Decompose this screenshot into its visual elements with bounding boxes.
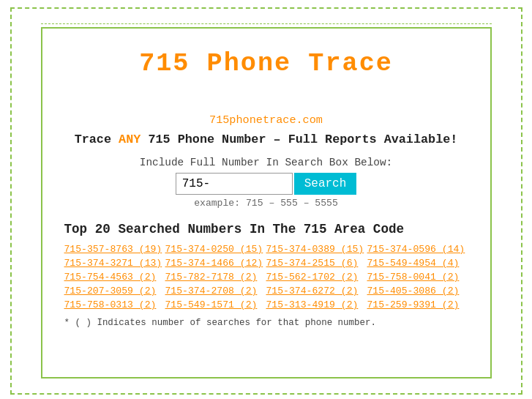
search-example: example: 715 – 555 – 5555 — [64, 198, 468, 209]
search-label: Include Full Number In Search Box Below: — [64, 157, 468, 168]
tagline: Trace ANY 715 Phone Number – Full Report… — [64, 133, 468, 146]
list-item[interactable]: 715-562-1702 (2) — [266, 272, 367, 283]
list-item[interactable]: 715-405-3086 (2) — [367, 286, 468, 297]
tagline-end: 715 Phone Number – Full Reports Availabl… — [141, 133, 457, 146]
list-item[interactable]: 715-374-3271 (13) — [64, 258, 165, 269]
site-url: 715phonetrace.com — [64, 113, 468, 127]
list-item[interactable]: 715-782-7178 (2) — [165, 272, 266, 283]
search-button[interactable]: Search — [294, 173, 357, 195]
list-item[interactable]: 715-374-0389 (15) — [266, 244, 367, 255]
list-item[interactable]: 715-374-0250 (15) — [165, 244, 266, 255]
outer-border: 715 Phone Trace 715phonetrace.com Trace … — [10, 7, 522, 395]
footnote: * ( ) Indicates number of searches for t… — [64, 318, 468, 328]
numbers-grid: 715-357-8763 (19)715-374-0250 (15)715-37… — [64, 244, 468, 310]
page-title: 715 Phone Trace — [64, 36, 468, 92]
search-input[interactable] — [176, 173, 293, 195]
list-item[interactable]: 715-374-2515 (6) — [266, 258, 367, 269]
list-item[interactable]: 715-313-4919 (2) — [266, 299, 367, 310]
search-row: Search — [64, 173, 468, 195]
top-divider — [41, 23, 492, 24]
list-item[interactable]: 715-758-0313 (2) — [64, 299, 165, 310]
list-item[interactable]: 715-754-4563 (2) — [64, 272, 165, 283]
list-item[interactable]: 715-374-2708 (2) — [165, 286, 266, 297]
tagline-start: Trace — [75, 133, 119, 146]
list-item[interactable]: 715-374-1466 (12) — [165, 258, 266, 269]
list-item[interactable]: 715-549-1571 (2) — [165, 299, 266, 310]
inner-border: 715 Phone Trace 715phonetrace.com Trace … — [41, 27, 492, 379]
tagline-any: ANY — [119, 133, 141, 146]
section-title: Top 20 Searched Numbers In The 715 Area … — [64, 222, 468, 236]
list-item[interactable]: 715-374-6272 (2) — [266, 286, 367, 297]
list-item[interactable]: 715-758-0041 (2) — [367, 272, 468, 283]
list-item[interactable]: 715-259-9391 (2) — [367, 299, 468, 310]
list-item[interactable]: 715-549-4954 (4) — [367, 258, 468, 269]
list-item[interactable]: 715-374-0596 (14) — [367, 244, 468, 255]
list-item[interactable]: 715-207-3059 (2) — [64, 286, 165, 297]
list-item[interactable]: 715-357-8763 (19) — [64, 244, 165, 255]
